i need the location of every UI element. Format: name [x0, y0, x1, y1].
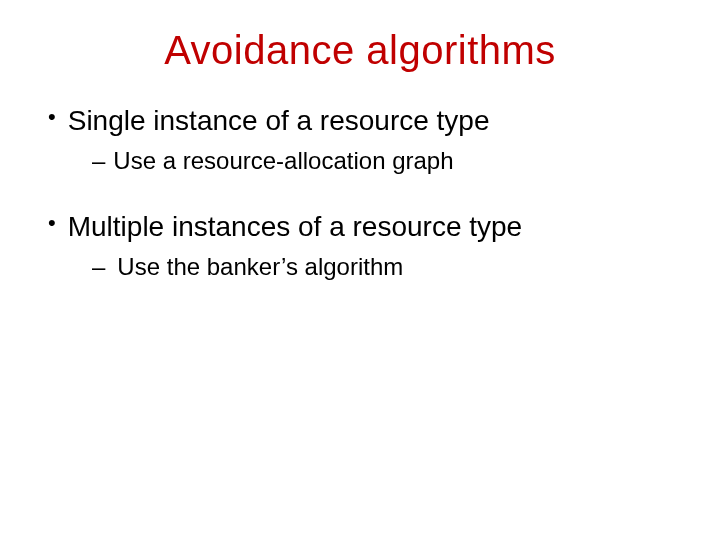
- sub-bullet-text: Use a resource-allocation graph: [113, 145, 453, 176]
- sub-bullet-marker: –: [92, 251, 105, 282]
- sub-bullet-item: – Use the banker’s algorithm: [48, 251, 680, 282]
- sub-bullet-item: – Use a resource-allocation graph: [48, 145, 680, 176]
- sub-bullet-marker: –: [92, 145, 105, 176]
- bullet-marker: •: [48, 209, 56, 238]
- bullet-marker: •: [48, 103, 56, 132]
- bullet-text: Single instance of a resource type: [68, 103, 490, 139]
- page-title: Avoidance algorithms: [40, 28, 680, 73]
- bullet-item: • Multiple instances of a resource type: [48, 209, 680, 245]
- slide-content: • Single instance of a resource type – U…: [40, 103, 680, 282]
- sub-bullet-text: Use the banker’s algorithm: [115, 251, 403, 282]
- bullet-text: Multiple instances of a resource type: [68, 209, 522, 245]
- bullet-item: • Single instance of a resource type: [48, 103, 680, 139]
